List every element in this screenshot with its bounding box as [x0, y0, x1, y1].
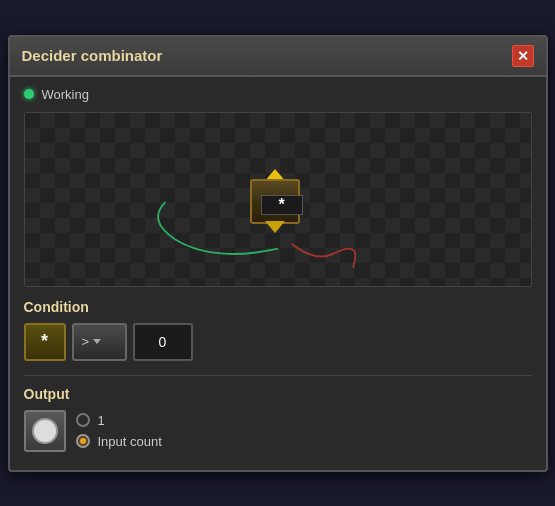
window-title: Decider combinator	[22, 47, 163, 64]
title-bar: Decider combinator ✕	[10, 37, 546, 77]
operator-label: >	[82, 334, 90, 349]
radio-options: 1 Input count	[76, 413, 162, 449]
close-button[interactable]: ✕	[512, 45, 534, 67]
combinator-sprite: *	[245, 169, 305, 229]
condition-label: Condition	[24, 299, 532, 315]
decider-combinator-window: Decider combinator ✕ Working	[8, 35, 548, 472]
status-text: Working	[42, 87, 89, 102]
signal-select-button[interactable]: *	[24, 323, 66, 361]
output-row: 1 Input count	[24, 410, 532, 452]
radio-option-input-count[interactable]: Input count	[76, 434, 162, 449]
operator-select-button[interactable]: >	[72, 323, 127, 361]
radio-button-input-count[interactable]	[76, 434, 90, 448]
signal-icon: *	[41, 331, 48, 352]
combinator-screen: *	[261, 195, 303, 215]
radio-option-1[interactable]: 1	[76, 413, 162, 428]
divider	[24, 375, 532, 376]
condition-row: * > 0	[24, 323, 532, 361]
combinator-main-body: *	[250, 179, 300, 224]
chevron-down-icon	[93, 339, 101, 344]
bottom-triangle	[265, 221, 285, 233]
window-content: Working *	[10, 77, 546, 470]
signal-circle-icon	[32, 418, 58, 444]
output-section: Output 1	[24, 386, 532, 460]
value-input[interactable]: 0	[133, 323, 193, 361]
radio-button-1[interactable]	[76, 413, 90, 427]
value-text: 0	[159, 334, 167, 350]
preview-area: *	[24, 112, 532, 287]
output-signal-button[interactable]	[24, 410, 66, 452]
status-bar: Working	[24, 87, 532, 102]
radio-label-1: 1	[98, 413, 105, 428]
status-dot	[24, 89, 34, 99]
combinator-asterisk: *	[278, 196, 284, 214]
output-label: Output	[24, 386, 532, 402]
radio-dot-orange	[80, 438, 86, 444]
radio-label-input-count: Input count	[98, 434, 162, 449]
